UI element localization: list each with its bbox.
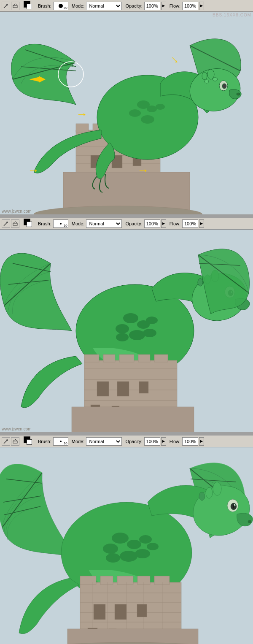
svg-line-57	[16, 222, 17, 223]
svg-rect-2	[13, 5, 17, 8]
opacity-value-1[interactable]: 100%	[144, 2, 160, 10]
svg-text:→: →	[76, 108, 88, 121]
footer-watermark-left-2: www.jcwcn.com	[2, 427, 32, 431]
flow-box-3: 100% ▶	[182, 437, 204, 446]
dragon-image-1: → → → → →	[0, 12, 253, 214]
brush-label-3: Brush:	[38, 439, 51, 444]
svg-rect-81	[103, 354, 115, 362]
opacity-value-2[interactable]: 100%	[144, 219, 160, 228]
dragon-image-2	[0, 230, 253, 432]
svg-rect-80	[84, 354, 99, 362]
svg-point-1	[6, 4, 8, 5]
dragon-image-3	[0, 447, 253, 644]
svg-point-37	[202, 72, 207, 80]
opacity-arrow-2[interactable]: ▶	[161, 219, 166, 228]
brush-tool-icon-1[interactable]	[2, 2, 10, 10]
svg-text:→: →	[27, 72, 39, 85]
tool-icons-1	[2, 2, 19, 10]
tool-icons-3	[2, 437, 19, 446]
svg-point-116	[213, 482, 221, 495]
svg-rect-133	[154, 576, 170, 584]
svg-rect-145	[94, 604, 105, 620]
svg-point-76	[143, 329, 156, 337]
flow-arrow-2[interactable]: ▶	[199, 219, 204, 228]
brush-tool-icon-3[interactable]	[2, 437, 10, 446]
svg-point-72	[116, 324, 129, 333]
panel-3: Brush: 10 Mode: Normal Opacity: 100% ▶ F…	[0, 436, 253, 644]
svg-point-70	[123, 313, 138, 323]
toolbar-1: Brush: 80 Mode: Normal Opacity: 100% ▶ F…	[0, 0, 253, 12]
canvas-3: www.jcwcn.com www.jcwcn.com	[0, 447, 253, 644]
eraser-tool-icon-1[interactable]	[11, 2, 19, 10]
mode-select-3[interactable]: Normal	[86, 437, 122, 446]
color-swatch-3[interactable]	[23, 436, 35, 447]
panel-1: Brush: 80 Mode: Normal Opacity: 100% ▶ F…	[0, 0, 253, 214]
svg-rect-7	[76, 124, 89, 132]
svg-line-3	[13, 4, 16, 5]
svg-point-122	[103, 544, 118, 554]
flow-value-3[interactable]: 100%	[182, 437, 198, 446]
svg-point-40	[205, 80, 209, 83]
opacity-arrow-1[interactable]: ▶	[161, 2, 166, 10]
svg-point-121	[127, 540, 141, 549]
flow-label-1: Flow:	[170, 3, 180, 8]
tool-icons-2	[2, 219, 19, 228]
svg-point-117	[206, 487, 213, 498]
separator-2	[0, 432, 253, 436]
color-swatch-1[interactable]	[23, 0, 35, 12]
brush-label-1: Brush:	[38, 3, 51, 8]
svg-point-115	[233, 504, 234, 509]
flow-arrow-1[interactable]: ▶	[199, 2, 204, 10]
svg-point-44	[156, 104, 165, 110]
svg-rect-132	[137, 576, 150, 584]
flow-value-1[interactable]: 100%	[182, 2, 198, 10]
svg-point-73	[146, 317, 158, 324]
flow-label-3: Flow:	[170, 439, 180, 444]
svg-line-100	[13, 439, 16, 441]
svg-rect-130	[100, 576, 113, 584]
svg-rect-91	[97, 382, 109, 396]
eraser-tool-icon-2[interactable]	[11, 219, 19, 228]
svg-point-125	[106, 553, 120, 563]
mode-select-1[interactable]: Normal	[86, 2, 122, 10]
svg-point-127	[147, 543, 159, 550]
svg-rect-83	[138, 354, 150, 362]
opacity-arrow-3[interactable]: ▶	[161, 437, 166, 446]
svg-point-118	[199, 492, 205, 501]
svg-rect-82	[119, 354, 134, 362]
flow-value-2[interactable]: 100%	[182, 219, 198, 228]
svg-point-74	[129, 330, 145, 340]
opacity-box-2: 100% ▶	[144, 219, 166, 228]
svg-rect-129	[80, 576, 96, 584]
brush-tool-icon-2[interactable]	[2, 219, 10, 228]
mode-label-2: Mode:	[72, 221, 85, 226]
color-swatch-2[interactable]	[23, 218, 35, 230]
svg-rect-84	[154, 354, 168, 362]
opacity-label-3: Opacity:	[125, 439, 142, 444]
brush-size-2[interactable]: 10	[53, 219, 68, 228]
svg-point-120	[112, 533, 129, 544]
svg-rect-96	[72, 407, 194, 432]
footer-watermark-left-1: www.jcwcn.com	[2, 209, 32, 214]
svg-point-69	[198, 279, 203, 286]
svg-rect-92	[117, 382, 129, 396]
opacity-box-1: 100% ▶	[144, 2, 166, 10]
svg-point-38	[237, 93, 240, 95]
svg-point-119	[248, 520, 251, 523]
eraser-tool-icon-3[interactable]	[11, 437, 19, 446]
svg-line-101	[16, 439, 17, 441]
brush-size-3[interactable]: 10	[53, 437, 68, 446]
flow-box-2: 100% ▶	[182, 219, 204, 228]
svg-rect-55	[13, 223, 17, 225]
svg-point-124	[120, 551, 137, 562]
opacity-label-2: Opacity:	[125, 221, 142, 226]
flow-arrow-3[interactable]: ▶	[199, 437, 204, 446]
svg-point-54	[6, 222, 8, 223]
brush-size-1[interactable]: 80	[53, 2, 68, 10]
separator-1	[0, 214, 253, 218]
opacity-value-3[interactable]: 100%	[144, 437, 160, 446]
svg-point-98	[6, 439, 8, 441]
svg-point-35	[222, 84, 226, 89]
mode-select-2[interactable]: Normal	[86, 219, 122, 228]
svg-text:→: →	[137, 164, 149, 177]
